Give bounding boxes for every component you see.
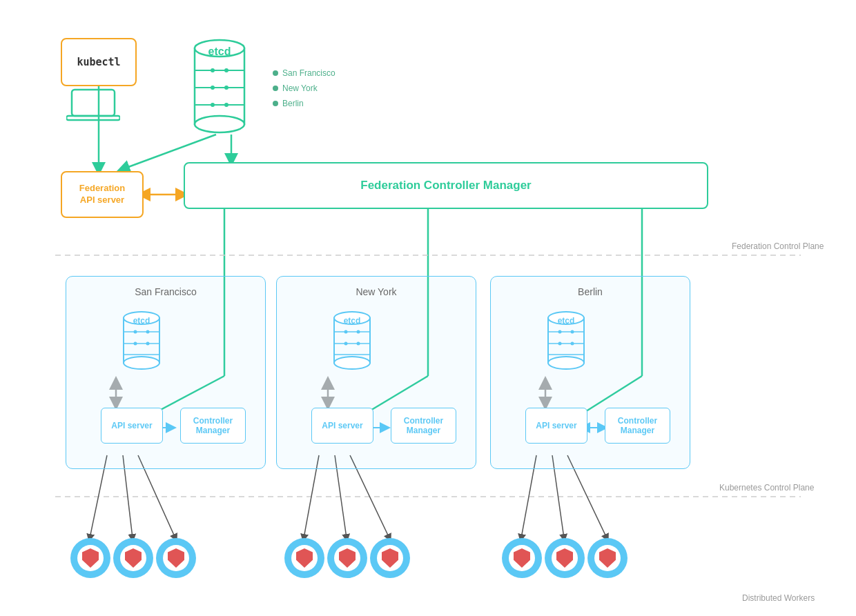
api-server-berlin-label: API server	[536, 421, 576, 430]
fed-controller-manager: Federation Controller Manager	[184, 162, 708, 209]
worker-berlin-3	[587, 538, 628, 578]
laptop-icon	[66, 88, 120, 126]
location-berlin: Berlin	[273, 96, 335, 111]
cm-berlin: ControllerManager	[605, 408, 670, 444]
worker-berlin-2	[545, 538, 585, 578]
svg-point-54	[146, 342, 150, 346]
worker-ny-3	[370, 538, 410, 578]
svg-point-73	[558, 330, 562, 334]
etcd-berlin: etcd	[546, 304, 586, 376]
kubernetes-plane-label: Kubernetes Control Plane	[719, 483, 814, 493]
api-server-sf: API server	[101, 408, 163, 444]
svg-point-47	[124, 357, 159, 369]
etcd-sf: etcd	[121, 304, 162, 376]
cm-sf-label: ControllerManager	[193, 416, 233, 435]
cm-sf: ControllerManager	[180, 408, 246, 444]
worker-sf-2	[113, 538, 153, 578]
svg-point-43	[224, 103, 228, 107]
svg-point-40	[211, 86, 215, 90]
svg-point-41	[224, 86, 228, 90]
cm-ny: ControllerManager	[391, 408, 456, 444]
svg-point-34	[195, 116, 244, 132]
svg-text:etcd: etcd	[344, 316, 361, 326]
api-server-sf-label: API server	[111, 421, 152, 430]
svg-text:etcd: etcd	[558, 316, 575, 326]
cluster-sf-title: San Francisco	[66, 286, 265, 297]
svg-point-64	[344, 342, 348, 346]
kubectl-label: kubectl	[77, 56, 120, 68]
worker-berlin-1	[502, 538, 542, 578]
api-server-berlin: API server	[525, 408, 587, 444]
cluster-berlin: Berlin etcd API server ControllerManager	[490, 276, 690, 469]
svg-point-52	[146, 330, 150, 334]
fed-api-server: FederationAPI server	[61, 171, 144, 218]
svg-point-62	[344, 330, 348, 334]
api-server-ny: API server	[311, 408, 373, 444]
worker-ny-2	[327, 538, 367, 578]
cluster-ny: New York etcd API server ControllerManag…	[276, 276, 476, 469]
etcd-top-cylinder: etcd	[192, 29, 247, 139]
svg-rect-31	[66, 116, 120, 120]
fed-api-label: FederationAPI server	[79, 183, 125, 206]
cm-ny-label: ControllerManager	[404, 416, 443, 435]
location-ny: New York	[273, 81, 335, 96]
svg-rect-30	[72, 90, 115, 116]
location-sf: San Francisco	[273, 66, 335, 81]
distributed-workers-label: Distributed Workers	[742, 593, 815, 603]
svg-text:etcd: etcd	[133, 316, 150, 326]
svg-point-76	[571, 342, 574, 346]
etcd-locations: San Francisco New York Berlin	[273, 66, 335, 111]
worker-sf-1	[70, 538, 110, 578]
cluster-berlin-title: Berlin	[491, 286, 690, 297]
etcd-ny: etcd	[332, 304, 372, 376]
fed-cm-label: Federation Controller Manager	[360, 179, 531, 192]
api-server-ny-label: API server	[322, 421, 362, 430]
svg-point-39	[224, 68, 228, 72]
svg-point-75	[558, 342, 562, 346]
worker-ny-1	[284, 538, 324, 578]
svg-point-58	[334, 357, 370, 369]
kubectl-box: kubectl	[61, 38, 137, 86]
cm-berlin-label: ControllerManager	[618, 416, 657, 435]
svg-point-53	[134, 342, 137, 346]
svg-point-51	[134, 330, 137, 334]
cluster-ny-title: New York	[277, 286, 476, 297]
svg-point-42	[211, 103, 215, 107]
diagram: kubectl etcd	[0, 0, 856, 616]
federation-plane-label: Federation Control Plane	[732, 241, 824, 251]
svg-point-69	[548, 357, 584, 369]
svg-text:etcd: etcd	[208, 46, 231, 57]
svg-rect-32	[195, 48, 244, 124]
svg-point-38	[211, 68, 215, 72]
svg-point-65	[357, 342, 360, 346]
cluster-sf: San Francisco etcd API server Contro	[66, 276, 266, 469]
svg-point-63	[357, 330, 360, 334]
worker-sf-3	[156, 538, 196, 578]
svg-point-74	[571, 330, 574, 334]
